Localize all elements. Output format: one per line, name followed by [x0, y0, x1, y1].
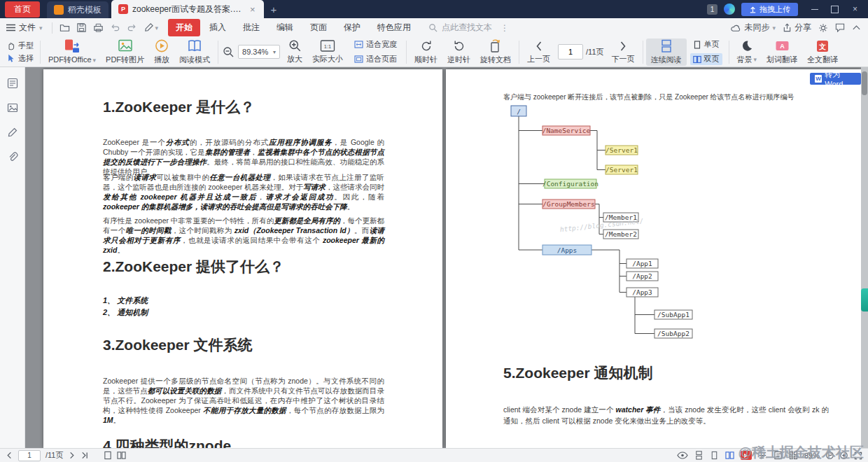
share-button[interactable]: 分享 — [783, 22, 811, 34]
attachment-panel-button[interactable] — [6, 150, 20, 164]
collapse-ribbon-icon[interactable] — [852, 24, 861, 31]
tab-edit[interactable]: 编辑 — [269, 19, 301, 36]
upload-button[interactable]: 拖拽上传 — [741, 3, 798, 16]
tab-document[interactable]: P zookeeper面试专题及答案.pdf × — [111, 0, 264, 18]
fit-page-button[interactable]: 适合页面 — [351, 53, 400, 65]
tab-page[interactable]: 页面 — [302, 19, 335, 36]
grid-icon[interactable] — [789, 451, 798, 460]
fullscreen-icon[interactable] — [854, 451, 862, 460]
book-layout-icon[interactable] — [117, 451, 126, 460]
rotate-ccw-button[interactable]: 逆时针 — [442, 38, 475, 66]
pdf-to-image-button[interactable]: PDF转图片 — [101, 38, 149, 66]
section-heading-2: 2.ZooKeeper 提供了什么？ — [103, 257, 284, 276]
status-page-input[interactable]: 1 — [18, 450, 41, 461]
save-icon[interactable] — [76, 22, 87, 33]
tab-protect[interactable]: 保护 — [336, 19, 368, 36]
titlebar: 首页 稻壳模板 P zookeeper面试专题及答案.pdf × + 1 拖拽上… — [0, 0, 868, 18]
wps-assistant-icon[interactable] — [724, 4, 735, 15]
play-button[interactable]: 播放 — [149, 38, 174, 66]
next-page-button[interactable]: 下一页 — [607, 39, 640, 65]
minimize-button[interactable] — [804, 0, 825, 18]
actual-size-button[interactable]: 1:1 实际大小 — [307, 38, 348, 65]
caret-down-icon[interactable]: ▾ — [155, 24, 159, 31]
outline-icon[interactable] — [758, 451, 767, 460]
feedback-handle[interactable] — [861, 288, 868, 312]
znode-tree-diagram: //NameService/Server1/Server1/Configurat… — [490, 103, 861, 344]
full-translate-icon: 文 — [816, 39, 830, 53]
full-translate-button[interactable]: 文 全文翻译 — [802, 38, 843, 66]
moon-icon — [740, 39, 753, 53]
find-text-box[interactable]: 点此查找文本 ⋮ — [428, 22, 509, 34]
word-translate-button[interactable]: A 划词翻译 — [762, 38, 802, 66]
undo-icon[interactable] — [110, 22, 120, 33]
double-view-icon[interactable] — [725, 451, 734, 460]
tab-special-apps[interactable]: 特色应用 — [370, 19, 419, 36]
page-number-input[interactable]: 1 — [558, 44, 583, 59]
zoom-out-icon[interactable] — [223, 46, 234, 58]
pdf-to-image-icon — [117, 38, 134, 53]
svg-text:文: 文 — [818, 43, 826, 50]
prev-page-button[interactable]: 上一页 — [522, 39, 555, 65]
close-tab-icon[interactable]: × — [248, 4, 257, 15]
scrollbar-thumb[interactable] — [862, 71, 867, 95]
chevron-left-icon — [534, 40, 544, 52]
tree-node-label: /App2 — [632, 272, 652, 280]
note-icon[interactable] — [774, 451, 783, 460]
rotate-doc-icon — [489, 39, 503, 53]
format-brush-icon[interactable] — [144, 22, 154, 33]
page-layout-icon[interactable] — [104, 451, 112, 460]
thumbnails-panel-button[interactable] — [6, 76, 20, 90]
close-window-button[interactable]: × — [845, 0, 865, 18]
zoom-in-button[interactable]: 放大 — [282, 38, 307, 65]
annotate-panel-button[interactable] — [6, 125, 20, 139]
toolbar: 手型 选择 PDF转Office▾ PDF转图片 播放 阅读模式 89.3 — [0, 37, 868, 67]
maximize-button[interactable] — [825, 0, 845, 18]
rotate-doc-button[interactable]: 旋转文档 — [475, 38, 516, 66]
gear-icon[interactable] — [818, 23, 828, 33]
tab-docer-template[interactable]: 稻壳模板 — [47, 1, 108, 18]
single-page-button[interactable]: 单页 — [690, 38, 722, 50]
new-tab-button[interactable]: + — [264, 4, 284, 15]
images-panel-button[interactable] — [6, 101, 20, 115]
last-page-icon[interactable] — [80, 451, 89, 459]
eye-icon[interactable] — [677, 451, 688, 459]
vertical-scrollbar[interactable] — [861, 67, 868, 448]
double-page-button[interactable]: 双页 — [690, 53, 722, 65]
home-button[interactable]: 首页 — [5, 1, 40, 18]
chevron-right-icon — [618, 40, 628, 52]
read-mode-button[interactable]: 阅读模式 — [174, 38, 215, 66]
document-area[interactable]: 1.ZooKeeper 是什么？ ZooKeeper 是一个分布式的，开放源码的… — [25, 67, 868, 448]
play-slideshow-button[interactable] — [741, 451, 752, 460]
docer-icon — [54, 5, 64, 15]
tab-comment[interactable]: 批注 — [235, 19, 267, 36]
redo-icon[interactable] — [127, 22, 137, 33]
background-button[interactable]: 背景▾ — [732, 38, 762, 66]
single-view-icon[interactable] — [710, 451, 719, 460]
prev-page-icon[interactable] — [6, 451, 13, 459]
caret-down-icon: ▾ — [39, 24, 43, 31]
fit-width-button[interactable]: 适合宽度 — [351, 38, 400, 50]
sync-status[interactable]: 未同步 ▾ — [731, 22, 776, 34]
convert-to-word-button[interactable]: W 转为Word — [810, 73, 861, 85]
print-icon[interactable] — [93, 22, 104, 33]
select-tool[interactable]: 选择 — [6, 53, 34, 64]
zoom-select[interactable]: 89.34% ▾ — [238, 45, 280, 59]
more-options-icon[interactable]: ⋮ — [500, 23, 509, 33]
pdf-to-office-button[interactable]: PDF转Office▾ — [43, 38, 101, 66]
continuous-view-icon[interactable] — [694, 451, 704, 460]
open-file-icon[interactable] — [59, 22, 70, 33]
tab-home[interactable]: 开始 — [168, 19, 200, 36]
hand-tool[interactable]: 手型 — [6, 41, 34, 51]
page-total-label: /11页 — [586, 47, 603, 57]
zoom-in-icon[interactable] — [840, 451, 848, 459]
paragraph: 有序性是 zookeeper 中非常重要的一个特性，所有的更新都是全局有序的，每… — [103, 216, 384, 255]
continuous-read-button[interactable]: 连续阅读 — [646, 38, 687, 66]
next-page-icon[interactable] — [68, 451, 76, 459]
notification-badge[interactable]: 1 — [707, 4, 718, 15]
rotate-cw-button[interactable]: 顺时针 — [410, 38, 442, 66]
comment-icon[interactable] — [835, 23, 845, 32]
zoom-out-icon[interactable] — [826, 451, 834, 459]
tab-insert[interactable]: 插入 — [202, 19, 234, 36]
hand-icon — [6, 41, 15, 50]
file-menu[interactable]: 文件 ▾ — [0, 22, 49, 34]
